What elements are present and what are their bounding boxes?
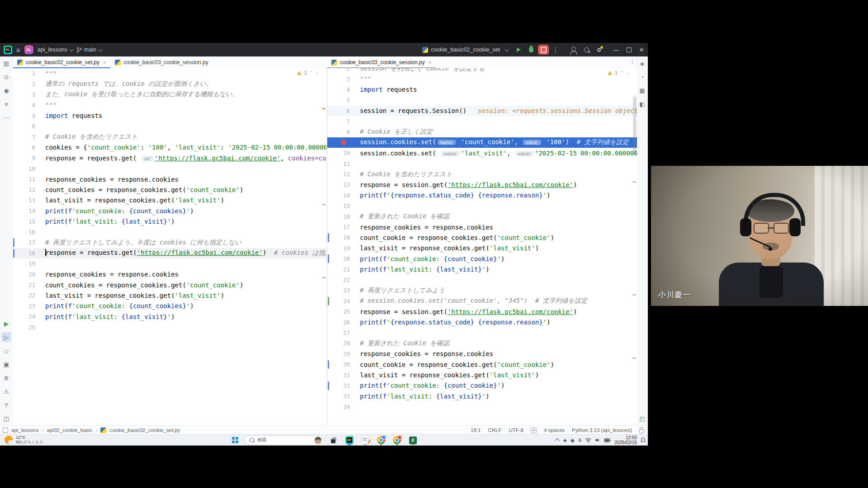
- line-number[interactable]: 15: [13, 218, 35, 225]
- code-line[interactable]: 32print(f'count_cookie: {count_cookie}'): [327, 380, 637, 391]
- line-number[interactable]: 12: [327, 171, 350, 178]
- wifi-icon[interactable]: [585, 437, 591, 443]
- code-line[interactable]: 5import requests: [13, 111, 326, 121]
- code-line[interactable]: 2通常の requests では、cookie の設定が面倒くさい。: [13, 79, 326, 89]
- code-line[interactable]: 5: [327, 95, 637, 105]
- code-line[interactable]: 16: [13, 227, 326, 237]
- line-number[interactable]: 3: [13, 91, 35, 98]
- notifications-bell-icon[interactable]: [641, 437, 646, 443]
- code-line[interactable]: 10session.cookies.set( name:'last_visit'…: [327, 148, 637, 158]
- line-number[interactable]: 22: [327, 277, 350, 283]
- todo-icon[interactable]: ◫: [1, 413, 11, 423]
- code-line[interactable]: 22last_visit = response_cookies.get('las…: [13, 290, 326, 300]
- editor-left-pane[interactable]: 1"""2通常の requests では、cookie の設定が面倒くさい。3ま…: [13, 68, 326, 425]
- code-line[interactable]: 11: [327, 159, 637, 169]
- line-number[interactable]: 4: [13, 102, 35, 108]
- tab-close-icon[interactable]: ×: [428, 60, 431, 65]
- code-line[interactable]: 12# Cookie を含めたリクエスト: [327, 169, 637, 179]
- breadcrumb-item[interactable]: cookie_basic02_cookie_set.py: [109, 427, 180, 433]
- code-line[interactable]: 30count_cookie = response_cookies.get('c…: [327, 359, 637, 370]
- code-line[interactable]: 14print(f'count_cookie: {count_cookies}'…: [13, 206, 326, 216]
- tray-network-app-icon[interactable]: ◉: [571, 437, 575, 443]
- line-number[interactable]: 12: [13, 186, 35, 193]
- code-line[interactable]: 33print(f'last_visit: {last_visit}'): [327, 391, 637, 401]
- code-line[interactable]: 27: [327, 328, 637, 338]
- unlock-icon[interactable]: [639, 429, 644, 433]
- ime-mode-indicator[interactable]: A: [578, 437, 581, 443]
- line-number[interactable]: 20: [327, 255, 350, 262]
- code-line[interactable]: 29response_cookies = response.cookies: [327, 349, 637, 359]
- code-line[interactable]: 16# 更新された Cookie を確認: [327, 211, 637, 221]
- code-line[interactable]: 3""": [327, 74, 637, 84]
- code-line[interactable]: 12count_cookies = response_cookies.get('…: [13, 184, 326, 195]
- editor-tab[interactable]: cookie_basic03_cookie_session.py×: [327, 56, 436, 68]
- code-line[interactable]: 6session = requests.Session() session: <…: [327, 106, 637, 116]
- line-number[interactable]: 17: [13, 239, 35, 246]
- prev-problem-icon[interactable]: ⌃: [620, 70, 624, 75]
- code-line[interactable]: 4import requests: [327, 84, 637, 95]
- line-number[interactable]: 5: [327, 97, 350, 103]
- line-number[interactable]: 2: [13, 81, 35, 88]
- line-number[interactable]: 26: [327, 319, 350, 326]
- project-selector[interactable]: api_lessons: [38, 47, 72, 53]
- code-line[interactable]: 19last_visit = response_cookies.get('las…: [327, 243, 637, 253]
- project-view-icon[interactable]: ▤: [1, 58, 11, 68]
- line-number[interactable]: 19: [13, 260, 35, 267]
- line-number[interactable]: 18: [327, 234, 350, 241]
- debug-button[interactable]: [525, 45, 537, 55]
- code-line[interactable]: 18count_cookie = response_cookies.get('c…: [327, 232, 637, 243]
- code-line[interactable]: 7# Cookie を含めたリクエスト: [13, 131, 326, 142]
- code-line[interactable]: 15: [327, 201, 637, 211]
- code-line[interactable]: 4""": [13, 100, 326, 110]
- structure-icon[interactable]: ≡: [1, 99, 11, 109]
- more-actions-icon[interactable]: ⋮: [550, 45, 561, 55]
- version-control-icon[interactable]: Y: [1, 400, 11, 410]
- line-number[interactable]: 31: [327, 372, 350, 379]
- tab-close-icon[interactable]: ×: [103, 60, 106, 65]
- code-line[interactable]: 2session を利用して cookie を設定する: [327, 68, 637, 74]
- next-problem-icon[interactable]: ⌄: [316, 70, 319, 75]
- python-console-icon[interactable]: ◇: [1, 346, 11, 356]
- line-number[interactable]: 16: [327, 213, 350, 220]
- run-configuration-selector[interactable]: cookie_basic02_cookie_set: [422, 47, 508, 53]
- line-number[interactable]: 22: [13, 292, 35, 299]
- line-number[interactable]: 23: [13, 303, 35, 310]
- line-number[interactable]: 13: [13, 197, 35, 204]
- code-line[interactable]: 23# 再度リクエストしてみよう: [327, 285, 637, 296]
- services-icon[interactable]: ▣: [1, 359, 11, 369]
- line-number[interactable]: 14: [327, 192, 350, 199]
- code-line[interactable]: 10: [13, 164, 326, 174]
- line-number[interactable]: 8: [13, 144, 35, 151]
- plugins-icon[interactable]: ◧: [637, 99, 647, 109]
- notifications-icon[interactable]: ◔: [637, 72, 647, 82]
- line-number[interactable]: 17: [327, 224, 350, 230]
- code-line[interactable]: 21count_cookies = response_cookies.get('…: [13, 280, 326, 290]
- editor-tab[interactable]: cookie_basic03_cookie_session.py: [110, 56, 212, 68]
- main-menu-icon[interactable]: ≡: [16, 47, 20, 53]
- editor-tab[interactable]: cookie_basic02_cookie_set.py×: [13, 56, 110, 68]
- taskbar-app-chrome-profile-1[interactable]: [375, 435, 387, 445]
- minimize-button[interactable]: —: [610, 43, 623, 56]
- line-number[interactable]: 7: [13, 134, 35, 141]
- line-number[interactable]: 1: [13, 70, 35, 77]
- taskbar-clock[interactable]: 12:50 2025/02/15: [614, 435, 637, 445]
- code-line[interactable]: 17response_cookies = response.cookies: [327, 222, 637, 232]
- line-number[interactable]: 23: [327, 287, 350, 294]
- line-number[interactable]: 9: [13, 155, 35, 161]
- code-line[interactable]: 8# Cookie を正しく設定: [327, 127, 637, 137]
- code-line[interactable]: 28# 更新された Cookie を確認: [327, 338, 637, 348]
- code-line[interactable]: 21print(f'last_visit: {last_visit}'): [327, 264, 637, 274]
- taskbar-app-pycharm[interactable]: PC: [344, 435, 355, 445]
- inspections-widget[interactable]: 1 ⌃ ⌄: [608, 70, 630, 75]
- line-number[interactable]: 8: [327, 129, 350, 136]
- code-line[interactable]: 20print(f'count_cookie: {count_cookie}'): [327, 253, 637, 264]
- python-interpreter[interactable]: Python 3.13 (api_lessons): [572, 427, 632, 433]
- code-line[interactable]: 11response_cookies = response.cookies: [13, 174, 326, 184]
- code-line[interactable]: 13last_visit = response_cookies.get('las…: [13, 195, 326, 206]
- run-icon[interactable]: ▶: [1, 319, 11, 328]
- file-encoding[interactable]: UTF-8: [509, 427, 524, 433]
- line-number[interactable]: 10: [13, 165, 35, 172]
- settings-gear-icon[interactable]: ⚙: [593, 45, 605, 55]
- code-line[interactable]: 19: [13, 258, 326, 269]
- line-number[interactable]: 34: [327, 404, 350, 410]
